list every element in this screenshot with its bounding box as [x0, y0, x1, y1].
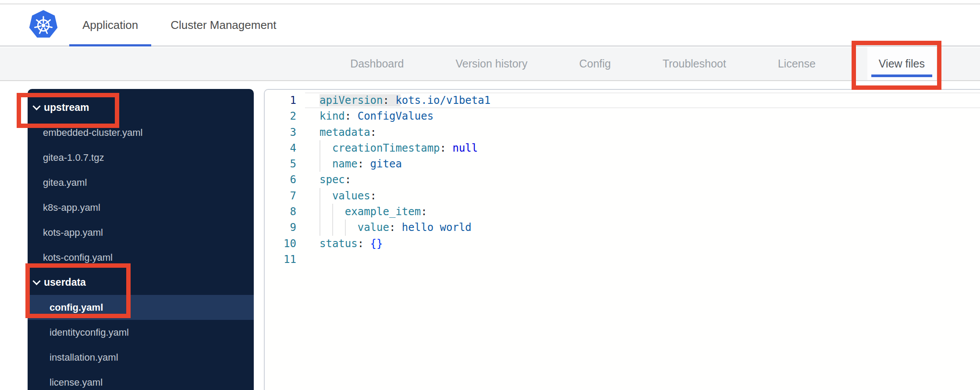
token-colon: :: [440, 142, 453, 154]
header-tab-application[interactable]: Application: [69, 4, 151, 46]
token-key: status: [320, 238, 358, 250]
token-val: gitea: [370, 158, 402, 170]
file-label: kots-app.yaml: [28, 227, 103, 238]
line-content: creationTimestamp: null: [320, 140, 478, 156]
tree-item-kots-config.yaml[interactable]: kots-config.yaml: [28, 245, 254, 270]
line-number: 5: [265, 156, 296, 172]
token-null: null: [452, 142, 478, 154]
line-number: 4: [265, 140, 296, 156]
tab-config[interactable]: Config: [579, 47, 611, 80]
token-key: name: [332, 158, 358, 170]
code-line-6: 6spec:: [265, 172, 980, 188]
token-colon: :: [421, 206, 427, 218]
line-number: 3: [265, 124, 296, 140]
header-tabs: ApplicationCluster Management: [69, 4, 290, 46]
kubernetes-logo-icon: [29, 10, 58, 39]
token-plain: [320, 190, 332, 202]
folder-label: upstream: [44, 102, 89, 113]
tab-troubleshoot[interactable]: Troubleshoot: [663, 47, 726, 80]
token-key: metadata: [320, 126, 370, 138]
tree-item-k8s-app.yaml[interactable]: k8s-app.yaml: [28, 195, 254, 220]
line-number: 11: [265, 252, 296, 267]
tab-view-files[interactable]: View files: [867, 47, 936, 80]
line-content: metadata:: [320, 124, 376, 140]
tree-item-installation.yaml[interactable]: installation.yaml: [28, 345, 254, 370]
line-content: example_item:: [320, 204, 427, 220]
tree-item-config.yaml[interactable]: config.yaml: [28, 295, 254, 320]
occurrence-highlight: apiVersion:: [320, 94, 401, 106]
file-label: license.yaml: [28, 377, 103, 388]
tree-item-license.yaml[interactable]: license.yaml: [28, 370, 254, 390]
chevron-down-icon: [32, 277, 40, 285]
token-key: apiVersion: [320, 94, 383, 106]
line-content: apiVersion: kots.io/v1beta1: [320, 92, 490, 108]
line-number: 6: [265, 172, 296, 188]
line-number: 10: [265, 236, 296, 252]
token-colon: :: [345, 110, 358, 122]
code-line-10: 10status: {}: [265, 236, 980, 252]
token-colon: :: [345, 174, 351, 186]
token-key: creationTimestamp: [332, 142, 440, 154]
token-colon: :: [370, 126, 376, 138]
tree-item-gitea.yaml[interactable]: gitea.yaml: [28, 170, 254, 195]
token-key: values: [332, 190, 370, 202]
token-plain: [320, 221, 358, 234]
file-label: gitea.yaml: [28, 177, 87, 188]
file-label: identityconfig.yaml: [28, 327, 129, 338]
folder-label: userdata: [44, 277, 86, 288]
token-plain: [320, 206, 345, 218]
file-label: config.yaml: [28, 302, 103, 313]
code-line-11: 11: [265, 252, 980, 267]
tree-item-gitea-1.0.7.tgz[interactable]: gitea-1.0.7.tgz: [28, 145, 254, 170]
file-label: kots-config.yaml: [28, 252, 113, 263]
file-label: installation.yaml: [28, 352, 118, 363]
token-colon: :: [389, 221, 402, 234]
code-line-3: 3metadata:: [265, 124, 980, 140]
file-label: embedded-cluster.yaml: [28, 127, 142, 138]
line-content: values:: [320, 188, 376, 204]
tree-item-embedded-cluster.yaml[interactable]: embedded-cluster.yaml: [28, 120, 254, 145]
token-colon: :: [370, 190, 376, 202]
token-colon: :: [358, 158, 370, 170]
token-val: hello world: [402, 221, 472, 234]
code-line-2: 2kind: ConfigValues: [265, 108, 980, 124]
code-line-5: 5 name: gitea: [265, 156, 980, 172]
token-val: kots.io/v1beta1: [395, 94, 490, 106]
token-brace: {}: [370, 238, 383, 250]
tab-version-history[interactable]: Version history: [455, 47, 527, 80]
app-subnav: DashboardVersion historyConfigTroublesho…: [0, 47, 980, 81]
tab-license[interactable]: License: [778, 47, 816, 80]
tab-dashboard[interactable]: Dashboard: [350, 47, 404, 80]
token-plain: [320, 158, 332, 170]
file-tree-sidebar[interactable]: upstreamembedded-cluster.yamlgitea-1.0.7…: [28, 89, 254, 390]
yaml-code-editor[interactable]: 1apiVersion: kots.io/v1beta12kind: Confi…: [264, 89, 980, 390]
token-colon: :: [383, 94, 396, 106]
code-line-1: 1apiVersion: kots.io/v1beta1: [265, 92, 980, 108]
token-key: kind: [320, 110, 345, 122]
header-tab-cluster-management[interactable]: Cluster Management: [157, 4, 289, 46]
line-content: status: {}: [320, 236, 383, 252]
tree-item-kots-app.yaml[interactable]: kots-app.yaml: [28, 220, 254, 245]
file-label: k8s-app.yaml: [28, 202, 100, 213]
line-number: 1: [265, 92, 296, 108]
line-content: kind: ConfigValues: [320, 108, 433, 124]
code-line-7: 7 values:: [265, 188, 980, 204]
token-key: example_item: [345, 206, 421, 218]
token-val: ConfigValues: [358, 110, 433, 122]
token-key: spec: [320, 174, 345, 186]
chevron-down-icon: [32, 102, 40, 110]
file-label: gitea-1.0.7.tgz: [28, 152, 104, 163]
line-content: name: gitea: [320, 156, 402, 172]
app-header: ApplicationCluster Management: [0, 4, 980, 46]
code-line-8: 8 example_item:: [265, 204, 980, 220]
token-plain: [320, 142, 332, 154]
tree-item-userdata[interactable]: userdata: [28, 270, 254, 295]
tree-item-upstream[interactable]: upstream: [28, 95, 254, 120]
token-key: value: [358, 221, 389, 234]
token-colon: :: [358, 238, 370, 250]
line-content: spec:: [320, 172, 351, 188]
line-number: 7: [265, 188, 296, 204]
tree-item-identityconfig.yaml[interactable]: identityconfig.yaml: [28, 320, 254, 345]
line-number: 2: [265, 108, 296, 124]
line-number: 8: [265, 204, 296, 220]
